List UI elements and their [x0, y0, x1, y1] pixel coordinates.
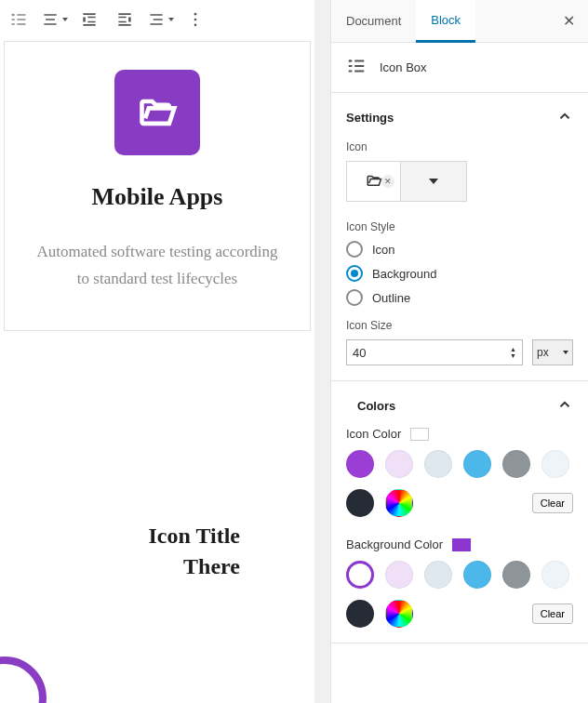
icon-color-current: [410, 428, 429, 441]
color-sky[interactable]: [463, 561, 491, 589]
color-purple-selected[interactable]: [346, 561, 374, 589]
icon-color-clear[interactable]: Clear: [532, 493, 573, 513]
chevron-up-icon: [556, 396, 573, 416]
icon-size-unit[interactable]: px: [532, 339, 573, 365]
color-dark[interactable]: [346, 489, 374, 517]
radio-background-input[interactable]: [346, 265, 363, 282]
icon-size-input[interactable]: 40 ▲▼: [346, 339, 523, 365]
color-lavender[interactable]: [385, 450, 413, 478]
bg-color-label: Background Color: [346, 537, 443, 551]
bg-color-label-row: Background Color: [346, 537, 573, 551]
svg-rect-1: [128, 18, 131, 22]
block-header: Icon Box: [331, 43, 588, 93]
editor-canvas[interactable]: Mobile Apps Automated software testing a…: [0, 0, 314, 703]
block-toolbar: [0, 0, 314, 39]
svg-point-3: [194, 19, 197, 21]
radio-icon-input[interactable]: [346, 241, 363, 258]
icon-box-background: [114, 70, 200, 155]
icon-box-type-icon: [346, 56, 367, 79]
color-offwhite[interactable]: [541, 450, 569, 478]
icon-size-label: Icon Size: [346, 319, 573, 332]
icon-box-title[interactable]: Mobile Apps: [23, 183, 291, 211]
svg-point-4: [194, 24, 197, 27]
icon-box-description[interactable]: Automated software testing according to …: [23, 239, 291, 293]
radio-outline[interactable]: Outline: [346, 289, 573, 306]
align-button[interactable]: [36, 2, 72, 37]
settings-title: Settings: [346, 111, 394, 125]
icon-style-label: Icon Style: [346, 220, 573, 233]
settings-toggle[interactable]: Settings: [346, 108, 573, 127]
svg-rect-0: [83, 18, 86, 22]
icon-field-label: Icon: [346, 140, 573, 153]
radio-icon-label: Icon: [372, 243, 395, 257]
radio-background[interactable]: Background: [346, 265, 573, 282]
icon-picker: ✕: [346, 161, 467, 202]
sidebar-scroll[interactable]: Document Block ✕ Icon Box Settings Icon …: [331, 0, 588, 703]
color-gray[interactable]: [502, 450, 530, 478]
colors-section: Colors Icon Color Clear Background Color: [331, 381, 588, 643]
color-lavender[interactable]: [385, 561, 413, 589]
color-purple[interactable]: [346, 450, 374, 478]
sidebar-tabs: Document Block ✕: [331, 0, 588, 43]
radio-outline-input[interactable]: [346, 289, 363, 306]
color-pale-blue[interactable]: [424, 561, 452, 589]
bg-color-clear[interactable]: Clear: [532, 604, 573, 624]
gutter: [314, 0, 330, 703]
icon-size-row: 40 ▲▼ px: [346, 339, 573, 365]
icon-color-palette: Clear: [346, 450, 573, 517]
indent-right-button[interactable]: [107, 2, 142, 37]
radio-background-label: Background: [372, 267, 436, 281]
folder-open-icon: [137, 91, 178, 135]
settings-section: Settings Icon ✕ Icon Style Icon: [331, 93, 588, 381]
color-custom[interactable]: [385, 489, 413, 517]
chevron-up-icon: [556, 108, 573, 127]
colors-title: Colors: [357, 399, 395, 413]
icon-picker-preview: ✕: [347, 162, 401, 201]
stepper-buttons[interactable]: ▲▼: [510, 346, 516, 359]
color-sky[interactable]: [463, 450, 491, 478]
icon-color-label: Icon Color: [346, 427, 401, 441]
color-pale-blue[interactable]: [424, 450, 452, 478]
close-icon[interactable]: ✕: [550, 12, 588, 30]
tab-document[interactable]: Document: [331, 1, 416, 41]
color-dark[interactable]: [346, 600, 374, 628]
list-style-button[interactable]: [142, 2, 178, 37]
icon-size-value: 40: [353, 346, 366, 360]
unit-label: px: [537, 346, 549, 359]
folder-open-icon: [365, 172, 383, 192]
more-options-button[interactable]: [178, 2, 213, 37]
block-type-label: Icon Box: [380, 60, 427, 74]
bg-color-palette: Clear: [346, 561, 573, 628]
block-layout-button[interactable]: [1, 2, 36, 37]
color-gray[interactable]: [502, 561, 530, 589]
tab-block[interactable]: Block: [416, 0, 475, 43]
color-offwhite[interactable]: [541, 561, 569, 589]
bg-color-current: [452, 538, 471, 551]
decorative-arc: [0, 657, 47, 703]
icon-color-label-row: Icon Color: [346, 427, 573, 441]
svg-point-2: [194, 13, 197, 16]
inspector-sidebar: Document Block ✕ Icon Box Settings Icon …: [330, 0, 588, 703]
secondary-block[interactable]: Icon Title There: [0, 335, 314, 620]
radio-icon[interactable]: Icon: [346, 241, 573, 258]
secondary-block-title[interactable]: Icon Title There: [19, 521, 296, 583]
icon-box-block[interactable]: Mobile Apps Automated software testing a…: [4, 41, 311, 331]
clear-icon-button[interactable]: ✕: [381, 175, 394, 188]
icon-picker-dropdown[interactable]: [401, 162, 466, 201]
indent-left-button[interactable]: [72, 2, 107, 37]
color-custom[interactable]: [385, 600, 413, 628]
radio-outline-label: Outline: [372, 291, 410, 305]
colors-toggle[interactable]: Colors: [346, 396, 573, 416]
